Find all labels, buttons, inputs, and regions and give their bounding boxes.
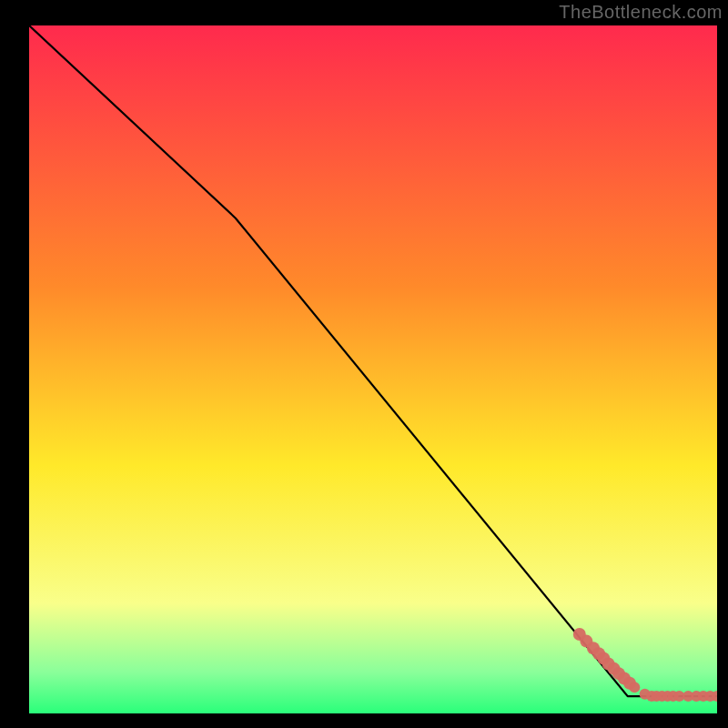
watermark-text: TheBottleneck.com [559,2,723,23]
chart-svg [29,25,717,713]
plot-area [29,25,717,713]
scatter-point [629,682,640,693]
gradient-bg [29,25,717,713]
chart-container: TheBottleneck.com [0,0,728,728]
